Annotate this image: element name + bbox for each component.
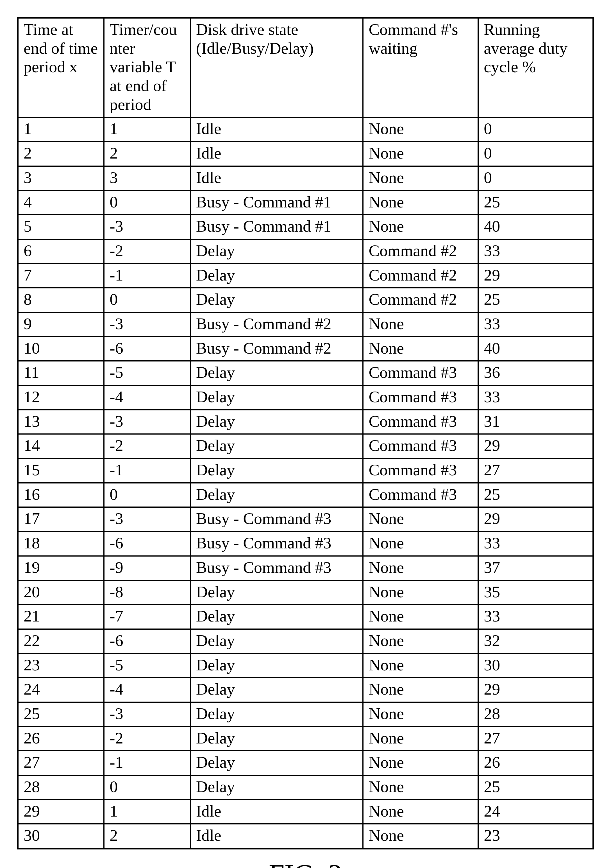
col-header-waiting: Command #'s waiting xyxy=(363,18,478,117)
table-cell: -1 xyxy=(104,459,190,483)
table-cell: Command #2 xyxy=(363,239,478,264)
table-cell: -5 xyxy=(104,654,190,678)
table-cell: None xyxy=(363,117,478,142)
table-cell: 1 xyxy=(104,117,190,142)
table-cell: 36 xyxy=(478,361,593,385)
table-cell: None xyxy=(363,337,478,361)
table-cell: 30 xyxy=(478,654,593,678)
table-cell: Command #2 xyxy=(363,264,478,288)
table-cell: 0 xyxy=(104,288,190,312)
table-row: 21-7DelayNone33 xyxy=(18,604,593,629)
table-row: 302IdleNone23 xyxy=(18,824,593,849)
table-cell: None xyxy=(363,654,478,678)
table-cell: Command #2 xyxy=(363,288,478,312)
table-cell: -3 xyxy=(104,410,190,434)
col-header-state: Disk drive state (Idle/Busy/Delay) xyxy=(190,18,363,117)
table-cell: -1 xyxy=(104,751,190,775)
table-cell: 24 xyxy=(478,800,593,824)
table-header-row: Time at end of time period x Timer/count… xyxy=(18,18,593,117)
table-cell: None xyxy=(363,800,478,824)
table-cell: Delay xyxy=(190,239,363,264)
table-cell: None xyxy=(363,142,478,166)
table-cell: Busy - Command #2 xyxy=(190,337,363,361)
table-row: 11-5DelayCommand #336 xyxy=(18,361,593,385)
table-cell: 32 xyxy=(478,629,593,654)
table-cell: None xyxy=(363,312,478,337)
table-cell: Delay xyxy=(190,361,363,385)
table-row: 33IdleNone0 xyxy=(18,166,593,191)
table-cell: Delay xyxy=(190,459,363,483)
table-cell: 22 xyxy=(18,629,104,654)
table-cell: 35 xyxy=(478,580,593,605)
table-cell: 40 xyxy=(478,215,593,239)
table-cell: -2 xyxy=(104,727,190,751)
table-cell: -6 xyxy=(104,532,190,556)
table-cell: -4 xyxy=(104,678,190,702)
table-cell: 12 xyxy=(18,385,104,410)
table-cell: 33 xyxy=(478,239,593,264)
table-cell: 26 xyxy=(478,751,593,775)
table-cell: Delay xyxy=(190,385,363,410)
table-cell: 11 xyxy=(18,361,104,385)
table-cell: None xyxy=(363,678,478,702)
table-cell: None xyxy=(363,507,478,532)
table-cell: Delay xyxy=(190,288,363,312)
table-row: 160DelayCommand #325 xyxy=(18,483,593,507)
figure-page: Time at end of time period x Timer/count… xyxy=(0,0,611,868)
table-cell: 28 xyxy=(478,702,593,727)
table-cell: 0 xyxy=(104,775,190,800)
table-body: 11IdleNone022IdleNone033IdleNone040Busy … xyxy=(18,117,593,849)
table-cell: Delay xyxy=(190,434,363,459)
table-cell: 7 xyxy=(18,264,104,288)
table-cell: Delay xyxy=(190,727,363,751)
table-cell: 9 xyxy=(18,312,104,337)
table-cell: 0 xyxy=(104,483,190,507)
table-cell: -9 xyxy=(104,556,190,580)
table-cell: 29 xyxy=(18,800,104,824)
table-row: 14-2DelayCommand #329 xyxy=(18,434,593,459)
table-cell: 15 xyxy=(18,459,104,483)
table-cell: -5 xyxy=(104,361,190,385)
table-cell: -3 xyxy=(104,215,190,239)
table-cell: Delay xyxy=(190,580,363,605)
table-cell: Command #3 xyxy=(363,483,478,507)
table-cell: 30 xyxy=(18,824,104,849)
table-cell: 25 xyxy=(478,191,593,215)
table-row: 280DelayNone25 xyxy=(18,775,593,800)
table-cell: Busy - Command #1 xyxy=(190,215,363,239)
table-cell: 0 xyxy=(104,191,190,215)
table-cell: Busy - Command #3 xyxy=(190,532,363,556)
table-row: 22IdleNone0 xyxy=(18,142,593,166)
table-cell: 27 xyxy=(478,727,593,751)
table-cell: Busy - Command #2 xyxy=(190,312,363,337)
table-cell: Delay xyxy=(190,264,363,288)
table-row: 22-6DelayNone32 xyxy=(18,629,593,654)
table-cell: -3 xyxy=(104,312,190,337)
table-cell: 2 xyxy=(18,142,104,166)
table-cell: 28 xyxy=(18,775,104,800)
table-row: 6-2DelayCommand #233 xyxy=(18,239,593,264)
table-cell: None xyxy=(363,191,478,215)
table-row: 9-3Busy - Command #2None33 xyxy=(18,312,593,337)
table-cell: 29 xyxy=(478,264,593,288)
table-row: 80DelayCommand #225 xyxy=(18,288,593,312)
table-cell: 10 xyxy=(18,337,104,361)
table-cell: Command #3 xyxy=(363,385,478,410)
table-cell: 13 xyxy=(18,410,104,434)
table-cell: -4 xyxy=(104,385,190,410)
table-cell: -7 xyxy=(104,604,190,629)
table-row: 5-3Busy - Command #1None40 xyxy=(18,215,593,239)
table-cell: -2 xyxy=(104,434,190,459)
table-cell: 20 xyxy=(18,580,104,605)
table-cell: 25 xyxy=(478,288,593,312)
table-cell: -8 xyxy=(104,580,190,605)
table-cell: 1 xyxy=(18,117,104,142)
table-row: 18-6Busy - Command #3None33 xyxy=(18,532,593,556)
table-cell: Busy - Command #3 xyxy=(190,556,363,580)
table-cell: 3 xyxy=(104,166,190,191)
table-cell: 31 xyxy=(478,410,593,434)
table-cell: Idle xyxy=(190,824,363,849)
table-cell: 3 xyxy=(18,166,104,191)
table-cell: 29 xyxy=(478,507,593,532)
table-cell: None xyxy=(363,629,478,654)
